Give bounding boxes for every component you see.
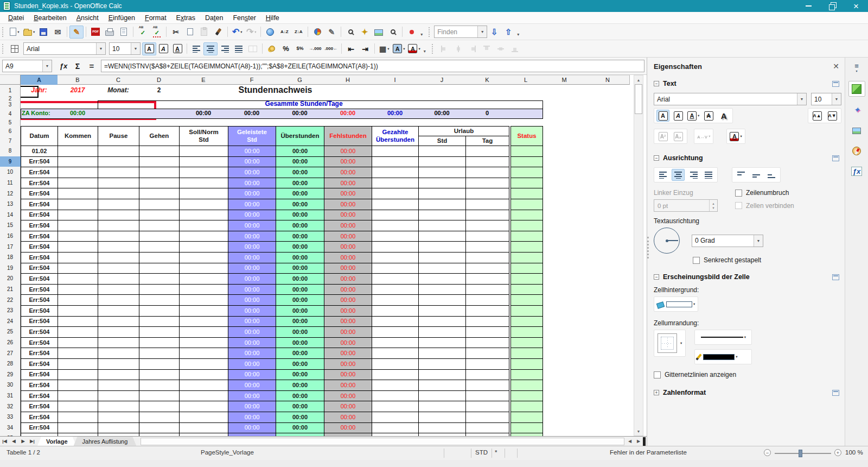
cell-J29[interactable] — [418, 369, 466, 381]
cell-A25[interactable]: Err:504 — [21, 326, 58, 338]
decrease-font-button[interactable] — [826, 110, 839, 122]
italic-button[interactable] — [672, 110, 685, 122]
cell-H31[interactable]: 00:00 — [324, 390, 372, 402]
percent-button[interactable]: % — [279, 42, 293, 55]
cell-L13[interactable] — [510, 199, 543, 210]
cell-K11[interactable] — [465, 178, 509, 189]
cell-J31[interactable] — [418, 390, 466, 402]
cell-C24[interactable] — [98, 316, 139, 327]
stacked-checkbox[interactable] — [693, 257, 700, 264]
cell-H10[interactable]: 00:00 — [324, 167, 372, 178]
column-header-C[interactable]: C — [98, 75, 139, 85]
font-name-combo[interactable]: Arial▼ — [23, 42, 106, 55]
row-header-27[interactable]: 27 — [0, 348, 21, 359]
cell-G4[interactable]: 00:00 — [276, 109, 324, 118]
cell-C13[interactable] — [98, 199, 139, 210]
row-header-7[interactable]: 7 — [0, 136, 21, 146]
cell-L20[interactable] — [510, 273, 543, 285]
cell-I10[interactable] — [372, 167, 419, 178]
row-header-31[interactable]: 31 — [0, 390, 21, 402]
cell-K15[interactable] — [465, 220, 509, 231]
font-size-combo[interactable]: 10▼ — [109, 42, 141, 55]
cell-L11[interactable] — [510, 178, 543, 189]
cell-F10[interactable]: 00:00 — [228, 167, 276, 178]
cell-G23[interactable]: 00:00 — [276, 305, 324, 317]
cell-D12[interactable] — [139, 188, 180, 199]
cell-I27[interactable] — [372, 348, 419, 359]
align-objects-top-button[interactable] — [480, 42, 494, 55]
cell-C27[interactable] — [98, 348, 139, 359]
cell-D21[interactable] — [139, 284, 180, 295]
cell-K33[interactable] — [465, 412, 509, 423]
row-header-10[interactable]: 10 — [0, 167, 21, 178]
sort-descending-button[interactable]: Z↓A — [291, 26, 305, 39]
cell-E21[interactable] — [179, 284, 228, 295]
cell-J26[interactable] — [418, 337, 466, 349]
cell-C8[interactable] — [98, 146, 139, 157]
cell-F33[interactable]: 00:00 — [228, 412, 276, 423]
cell-K18[interactable] — [465, 252, 509, 263]
cell-K34[interactable] — [465, 422, 509, 434]
menu-ansicht[interactable]: Ansicht — [72, 12, 104, 23]
sidebar-menu-button[interactable]: ≡▾ — [848, 60, 865, 76]
cell-D18[interactable] — [139, 252, 180, 263]
menu-datei[interactable]: Datei — [3, 12, 29, 23]
cell-A14[interactable]: Err:504 — [21, 210, 58, 221]
find-up-button[interactable]: ⇧ — [501, 26, 515, 39]
row-header-21[interactable]: 21 — [0, 284, 21, 295]
draw-functions-button[interactable]: ✎ — [324, 26, 339, 39]
row-header-28[interactable]: 28 — [0, 358, 21, 370]
cell-E26[interactable] — [179, 337, 228, 349]
minimize-button[interactable] — [796, 0, 820, 12]
cell-D26[interactable] — [139, 337, 180, 349]
row-header-15[interactable]: 15 — [0, 220, 21, 231]
cell-C30[interactable] — [98, 380, 139, 391]
cell-J17[interactable] — [418, 241, 466, 253]
split-handle[interactable] — [643, 437, 646, 446]
cell-H30[interactable]: 00:00 — [324, 380, 372, 391]
cell-D32[interactable] — [139, 401, 180, 412]
first-sheet-button[interactable]: |◀ — [0, 437, 9, 446]
toolbar-overflow-button[interactable]: ▾ — [420, 32, 423, 37]
cell-F24[interactable]: 00:00 — [228, 316, 276, 327]
cell-B14[interactable] — [58, 210, 98, 221]
align-objects-left-button[interactable] — [437, 42, 451, 55]
menu-fenster[interactable]: Fenster — [228, 12, 260, 23]
align-bottom-button[interactable] — [765, 169, 778, 181]
restore-button[interactable] — [820, 0, 844, 12]
zoom-slider-thumb[interactable] — [799, 450, 802, 457]
cell-L15[interactable] — [510, 220, 543, 231]
gallery-button[interactable] — [372, 26, 386, 39]
merge-cells-checkbox[interactable] — [735, 202, 742, 209]
row-header-26[interactable]: 26 — [0, 337, 21, 349]
find-input[interactable]: Finden▼ — [434, 26, 487, 38]
cell-D8[interactable] — [139, 146, 180, 157]
cell-D28[interactable] — [139, 358, 180, 370]
align-middle-button[interactable] — [750, 169, 763, 181]
cell-F22[interactable]: 00:00 — [228, 294, 276, 306]
sidebar-justify-button[interactable] — [702, 169, 715, 181]
cell-E31[interactable] — [179, 390, 228, 402]
row-header-8[interactable]: 8 — [0, 146, 21, 157]
row-header-20[interactable]: 20 — [0, 273, 21, 285]
edit-file-button[interactable]: ✎ — [69, 26, 84, 39]
row-header-29[interactable]: 29 — [0, 369, 21, 381]
shadow-button[interactable] — [717, 110, 730, 122]
sidebar-tab-navigator[interactable] — [848, 143, 865, 159]
cell-I12[interactable] — [372, 188, 419, 199]
cell-B21[interactable] — [58, 284, 98, 295]
cell-A18[interactable]: Err:504 — [21, 252, 58, 263]
cell-G33[interactable]: 00:00 — [276, 412, 324, 423]
column-header-K[interactable]: K — [465, 75, 509, 85]
cell-G34[interactable]: 00:00 — [276, 422, 324, 434]
cell-K16[interactable] — [465, 231, 509, 242]
cell-C19[interactable] — [98, 263, 139, 274]
cell-A28[interactable]: Err:504 — [21, 358, 58, 370]
cell-K24[interactable] — [465, 316, 509, 327]
cell-I21[interactable] — [372, 284, 419, 295]
align-objects-center-button[interactable] — [451, 42, 465, 55]
cell-I28[interactable] — [372, 358, 419, 370]
cell-I4[interactable]: 00:00 — [372, 109, 418, 118]
toolbar-overflow-button[interactable]: ▾ — [424, 49, 426, 54]
paste-button[interactable] — [197, 26, 211, 39]
